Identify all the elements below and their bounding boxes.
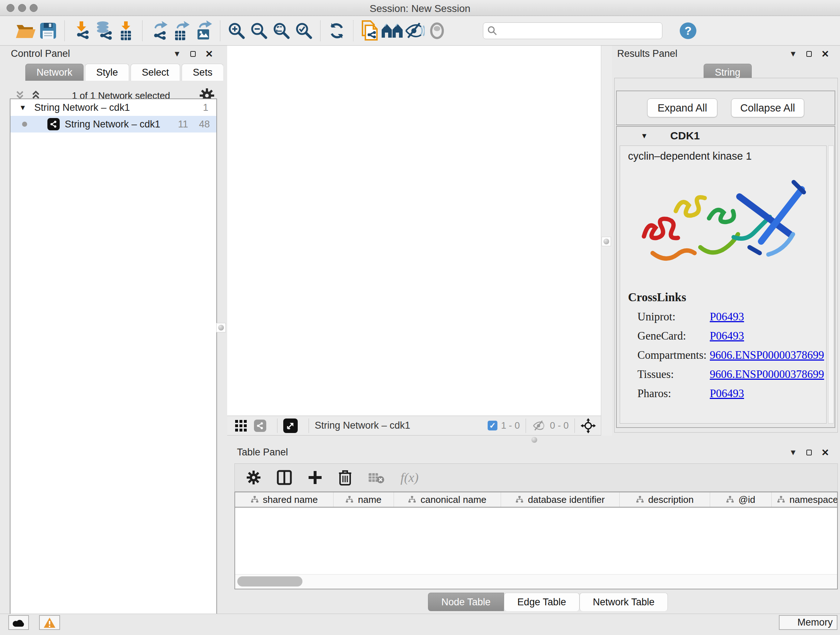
zoom-fit-icon[interactable] [270, 19, 293, 42]
crosslink-label: Pharos: [628, 387, 710, 400]
network-node-count: 11 [178, 119, 188, 130]
export-image-icon[interactable] [193, 19, 215, 42]
tab-select[interactable]: Select [131, 64, 180, 81]
show-columns-icon[interactable] [277, 470, 292, 485]
search-input[interactable] [498, 26, 653, 36]
zoom-in-icon[interactable] [225, 19, 248, 42]
import-network-database-icon[interactable] [92, 19, 115, 42]
column-header-database-identifier[interactable]: database identifier [501, 492, 620, 507]
column-header-namespace[interactable]: namespace [772, 492, 838, 507]
results-panel-close-icon[interactable]: ✕ [821, 49, 829, 59]
table-options-gear-icon[interactable] [246, 470, 261, 485]
table-panel-float-icon[interactable]: ▼ [789, 448, 797, 456]
results-panel-float-icon[interactable]: ▼ [789, 50, 797, 58]
results-panel-maximize-icon[interactable] [806, 51, 812, 57]
crosslink-label: Tissues: [628, 368, 710, 381]
help-icon[interactable]: ? [677, 19, 699, 42]
crosslinks-heading: CrossLinks [628, 291, 824, 304]
network-badge-icon[interactable] [254, 420, 266, 432]
delete-table-icon [368, 471, 385, 484]
network-graph [227, 46, 601, 416]
horizontal-splitter-handle[interactable] [530, 435, 539, 445]
table-toolbar: f(x) [234, 463, 838, 492]
control-panel-maximize-icon[interactable] [190, 51, 196, 57]
search-box[interactable] [483, 22, 662, 39]
open-in-new-window-icon[interactable] [283, 418, 298, 433]
string-results-container: Expand All Collapse All ▼ CDK1 cyclin–de… [614, 78, 838, 432]
table-row[interactable] [235, 508, 837, 524]
fit-content-crosshair-icon[interactable] [581, 418, 596, 433]
column-header-description[interactable]: description [620, 492, 710, 507]
node-result-card: ▼ CDK1 cyclin–dependent kinase 1 [616, 126, 835, 428]
network-type-icon [47, 118, 60, 130]
crosslink-link[interactable]: P06493 [710, 310, 744, 323]
table-horizontal-scrollbar[interactable] [235, 574, 837, 588]
results-panel: Results Panel ▼ ✕ String Expand All Coll… [612, 46, 840, 445]
table-panel-tabs: Node TableEdge TableNetwork Table [428, 593, 668, 611]
warnings-button[interactable] [39, 615, 60, 630]
card-collapse-icon[interactable]: ▼ [641, 132, 648, 140]
results-scrollbar[interactable] [828, 146, 834, 424]
cloud-status-button[interactable] [8, 615, 29, 630]
crosslink-link[interactable]: P06493 [710, 387, 744, 400]
network-row[interactable]: String Network – cdk1 11 48 [11, 116, 216, 133]
tab-style[interactable]: Style [85, 64, 129, 81]
open-session-icon[interactable] [14, 19, 37, 42]
export-table-icon[interactable] [170, 19, 193, 42]
delete-column-trash-icon[interactable] [338, 470, 352, 486]
crosslink-label: Uniprot: [628, 310, 710, 323]
right-splitter-handle[interactable] [602, 237, 611, 246]
create-column-plus-icon[interactable] [308, 470, 322, 485]
control-panel-close-icon[interactable]: ✕ [205, 49, 213, 59]
column-header-name[interactable]: name [333, 492, 394, 507]
crosslink-link[interactable]: 9606.ENSP00000378699 [710, 368, 824, 381]
network-tree: ▼ String Network – cdk1 1 String Network… [10, 98, 217, 635]
selected-nodes-checkbox[interactable]: ✓ [488, 421, 497, 431]
tab-edge-table[interactable]: Edge Table [504, 593, 579, 611]
column-header-canonical-name[interactable]: canonical name [394, 492, 501, 507]
table-panel-title: Table Panel [237, 447, 288, 458]
crosslink-row: GeneCard:P06493 [628, 329, 824, 342]
column-header-id[interactable]: @id [710, 492, 772, 507]
memory-label: Memory [797, 617, 833, 628]
hide-panels-eye-slash-icon[interactable] [403, 19, 426, 42]
table-panel-maximize-icon[interactable] [806, 450, 812, 455]
expand-all-button[interactable]: Expand All [647, 98, 717, 117]
control-panel-tabs: NetworkStyleSelectSets [25, 64, 224, 81]
crosslink-link[interactable]: P06493 [710, 329, 744, 342]
hidden-elements-icon [532, 420, 546, 432]
node-description: cyclin–dependent kinase 1 [628, 150, 752, 162]
tree-expander-icon[interactable]: ▼ [19, 103, 27, 112]
show-welcome-screen-icon[interactable] [381, 19, 403, 42]
function-builder-icon: f(x) [401, 470, 418, 485]
search-icon [487, 25, 498, 36]
collection-label: String Network – cdk1 [34, 102, 130, 113]
birds-eye-grid-icon[interactable] [234, 419, 248, 432]
network-view-toolbar: String Network – cdk1 ✓ 1 - 0 0 - 0 [227, 416, 601, 435]
zoom-out-icon[interactable] [248, 19, 270, 42]
tab-sets[interactable]: Sets [182, 64, 224, 81]
save-session-icon[interactable] [37, 19, 59, 42]
open-session-file-icon[interactable] [358, 19, 381, 42]
crosslink-link[interactable]: 9606.ENSP00000378699 [710, 348, 824, 362]
tab-node-table[interactable]: Node Table [428, 593, 504, 611]
show-panels-eye-icon[interactable] [426, 19, 448, 42]
left-splitter-handle[interactable] [216, 323, 226, 333]
column-header-shared-name[interactable]: shared name [235, 492, 333, 507]
title-bar: Session: New Session [0, 0, 840, 16]
tab-network-table[interactable]: Network Table [579, 593, 668, 611]
refresh-icon[interactable] [325, 19, 348, 42]
network-view-canvas[interactable] [227, 46, 601, 416]
control-panel-float-icon[interactable]: ▼ [173, 50, 181, 58]
import-network-file-icon[interactable] [70, 19, 92, 42]
table-panel-close-icon[interactable]: ✕ [821, 448, 829, 457]
zoom-selected-icon[interactable] [293, 19, 315, 42]
export-network-icon[interactable] [148, 19, 170, 42]
scrollbar-thumb[interactable] [237, 576, 302, 586]
collapse-all-button[interactable]: Collapse All [731, 98, 804, 117]
memory-button[interactable]: Memory [779, 615, 837, 630]
network-collection-row[interactable]: ▼ String Network – cdk1 1 [11, 99, 216, 116]
import-table-icon[interactable] [115, 19, 137, 42]
warning-icon [43, 617, 56, 628]
tab-network[interactable]: Network [25, 64, 84, 81]
